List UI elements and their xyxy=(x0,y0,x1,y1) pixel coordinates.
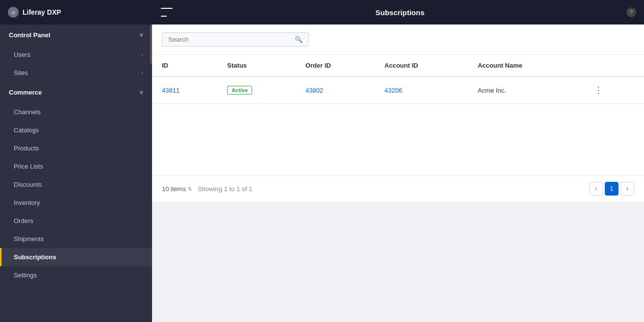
control-panel-label: Control Panel xyxy=(9,31,51,39)
sidebar-item-sites[interactable]: Sites › xyxy=(0,64,152,82)
cell-order-id: 43802 xyxy=(296,76,375,104)
commerce-label: Commerce xyxy=(9,89,42,96)
search-input-wrapper[interactable]: 🔍 xyxy=(162,32,309,47)
col-status: Status xyxy=(217,55,295,76)
sidebar-item-products-label: Products xyxy=(14,145,39,152)
items-per-page-selector[interactable]: 10 items ⇅ xyxy=(162,185,192,193)
sidebar-item-subscriptions[interactable]: Subscriptions xyxy=(0,248,152,266)
help-button[interactable]: ? xyxy=(626,7,636,17)
col-order-id: Order ID xyxy=(296,55,375,76)
topbar: Subscriptions ? xyxy=(152,0,644,25)
sidebar-item-channels-label: Channels xyxy=(14,108,41,116)
sidebar-item-orders-label: Orders xyxy=(14,217,33,224)
table-row: 43811 Active 43802 43206 Acme Inc. xyxy=(152,76,644,104)
sort-arrows-icon: ⇅ xyxy=(188,186,192,192)
cell-id: 43811 xyxy=(152,76,217,104)
sidebar-item-shipments-label: Shipments xyxy=(14,235,44,243)
sidebar-item-products[interactable]: Products xyxy=(0,139,152,157)
sidebar-item-orders[interactable]: Orders xyxy=(0,212,152,230)
sidebar-toggle-button[interactable] xyxy=(160,7,174,18)
sidebar-item-discounts[interactable]: Discounts xyxy=(0,175,152,194)
sidebar-item-users[interactable]: Users › xyxy=(0,46,152,64)
order-id-link[interactable]: 43802 xyxy=(306,87,323,94)
cell-account-id: 43206 xyxy=(375,76,468,104)
col-account-id: Account ID xyxy=(375,55,468,76)
page-navigation: ‹ 1 › xyxy=(589,182,634,196)
sidebar: ⊙ Liferay DXP Control Panel ∨ Users › Si… xyxy=(0,0,152,322)
search-icon: 🔍 xyxy=(295,36,303,43)
page-title: Subscriptions xyxy=(180,8,620,17)
sidebar-item-catalogs-label: Catalogs xyxy=(14,126,39,134)
chevron-down-icon: ∨ xyxy=(139,89,143,96)
sidebar-item-sites-label: Sites xyxy=(14,69,28,76)
sidebar-item-shipments[interactable]: Shipments xyxy=(0,230,152,248)
sidebar-item-price-lists-label: Price Lists xyxy=(14,163,43,170)
logo-icon: ⊙ xyxy=(8,7,19,18)
table-header: ID Status Order ID Account ID Account Na… xyxy=(152,55,644,76)
commerce-header[interactable]: Commerce ∨ xyxy=(0,82,152,103)
status-badge: Active xyxy=(227,86,252,95)
row-actions-button[interactable]: ⋮ xyxy=(590,84,607,97)
sidebar-item-discounts-label: Discounts xyxy=(14,181,42,188)
chevron-down-icon: ∨ xyxy=(139,32,143,38)
app-title: Liferay DXP xyxy=(23,8,61,16)
col-account-name: Account Name xyxy=(468,55,580,76)
sidebar-item-catalogs[interactable]: Catalogs xyxy=(0,121,152,139)
content-background xyxy=(152,201,644,322)
cell-account-name: Acme Inc. xyxy=(468,76,580,104)
control-panel-section: Control Panel ∨ Users › Sites › xyxy=(0,25,152,82)
sidebar-item-users-label: Users xyxy=(14,51,30,58)
table-body: 43811 Active 43802 43206 Acme Inc. xyxy=(152,76,644,104)
scrollbar[interactable] xyxy=(150,25,152,64)
data-table: ID Status Order ID Account ID Account Na… xyxy=(152,55,644,104)
prev-page-button[interactable]: ‹ xyxy=(589,182,603,196)
chevron-right-icon: › xyxy=(141,70,143,76)
showing-text: Showing 1 to 1 of 1 xyxy=(198,185,583,193)
sidebar-item-inventory-label: Inventory xyxy=(14,199,40,206)
sidebar-item-price-lists[interactable]: Price Lists xyxy=(0,157,152,175)
account-id-link[interactable]: 43206 xyxy=(385,87,402,94)
next-page-button[interactable]: › xyxy=(620,182,634,196)
table-header-row: ID Status Order ID Account ID Account Na… xyxy=(152,55,644,76)
main-content: Subscriptions ? 🔍 ID Status Order ID Acc… xyxy=(152,0,644,322)
sidebar-item-subscriptions-label: Subscriptions xyxy=(14,253,56,261)
pagination-bar: 10 items ⇅ Showing 1 to 1 of 1 ‹ 1 › xyxy=(152,175,644,201)
chevron-right-icon: › xyxy=(141,52,143,58)
search-input[interactable] xyxy=(168,36,291,43)
commerce-section: Commerce ∨ xyxy=(0,82,152,103)
cell-row-actions: ⋮ xyxy=(580,76,644,104)
col-actions xyxy=(580,55,644,76)
sidebar-header: ⊙ Liferay DXP xyxy=(0,0,152,25)
search-bar: 🔍 xyxy=(152,25,644,55)
subscriptions-table: ID Status Order ID Account ID Account Na… xyxy=(152,55,644,175)
items-count-label: 10 items xyxy=(162,185,186,193)
sidebar-item-settings[interactable]: Settings xyxy=(0,266,152,284)
control-panel-header[interactable]: Control Panel ∨ xyxy=(0,25,152,46)
col-id: ID xyxy=(152,55,217,76)
sidebar-item-inventory[interactable]: Inventory xyxy=(0,194,152,212)
subscription-id-link[interactable]: 43811 xyxy=(162,87,180,94)
content-area: 🔍 ID Status Order ID Account ID Account … xyxy=(152,25,644,322)
app-logo: ⊙ Liferay DXP xyxy=(8,7,61,18)
sidebar-item-channels[interactable]: Channels xyxy=(0,103,152,121)
page-1-button[interactable]: 1 xyxy=(605,182,618,196)
sidebar-item-settings-label: Settings xyxy=(14,272,37,279)
cell-status: Active xyxy=(217,76,295,104)
